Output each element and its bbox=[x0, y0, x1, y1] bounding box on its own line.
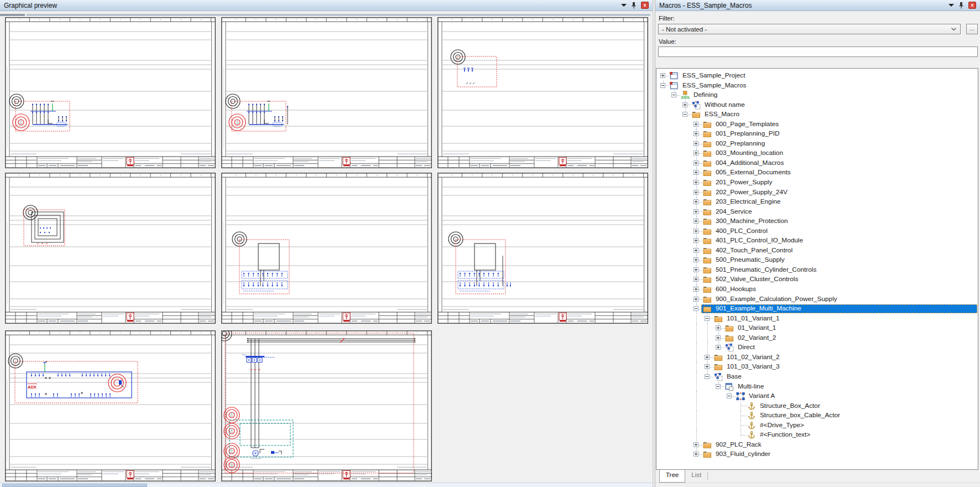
tree-item-500-pneumatic-supply[interactable]: 500_Pneumatic_Supply bbox=[656, 255, 978, 265]
tree-item-401-plc-control-io-module[interactable]: 401_PLC_Control_IO_Module bbox=[656, 236, 978, 246]
expand-icon[interactable] bbox=[694, 160, 698, 165]
tree-item-defining[interactable]: Defining bbox=[656, 90, 978, 100]
close-icon[interactable]: x bbox=[968, 2, 976, 9]
expand-icon[interactable] bbox=[694, 170, 698, 175]
expand-icon[interactable] bbox=[694, 180, 698, 185]
tree-item-902-plc-rack[interactable]: 902_PLC_Rack bbox=[656, 440, 978, 450]
tree-item-600-hookups[interactable]: 600_Hookups bbox=[656, 284, 978, 294]
tree-item-ess-sample-project[interactable]: ESS_Sample_Project bbox=[656, 71, 978, 81]
expand-icon[interactable] bbox=[694, 297, 698, 302]
tree-item-402-touch-panel-control[interactable]: 402_Touch_Panel_Control bbox=[656, 246, 978, 256]
tree-item-204-service[interactable]: 204_Service bbox=[656, 207, 978, 217]
collapse-icon[interactable] bbox=[727, 393, 732, 398]
expand-icon[interactable] bbox=[694, 257, 698, 262]
expand-icon[interactable] bbox=[705, 355, 710, 360]
tree-item-203-electrical-engine[interactable]: 203_Electrical_Engine bbox=[656, 197, 978, 207]
preview-page-4[interactable] bbox=[5, 173, 216, 324]
scrollbar-thumb[interactable] bbox=[2, 484, 147, 487]
tree-item-300-machine-protection[interactable]: 300_Machine_Protection bbox=[656, 216, 978, 226]
expand-icon[interactable] bbox=[682, 102, 687, 107]
tree-item-202-power-supply-24v[interactable]: 202_Power_Supply_24V bbox=[656, 188, 978, 198]
collapse-icon[interactable] bbox=[705, 374, 710, 379]
expand-icon[interactable] bbox=[694, 190, 698, 195]
tree-item-structure-box-actor[interactable]: Structure_Box_Actor bbox=[656, 401, 978, 411]
tree-item-001-preplanning-pid[interactable]: 001_Preplanning_PID bbox=[656, 129, 978, 139]
folder-icon bbox=[703, 285, 712, 294]
expand-icon[interactable] bbox=[694, 238, 698, 243]
tab-list[interactable]: List bbox=[685, 470, 707, 483]
expand-icon[interactable] bbox=[694, 267, 698, 272]
panel-menu-icon[interactable] bbox=[948, 4, 954, 7]
tree-item-002-preplanning[interactable]: 002_Preplanning bbox=[656, 139, 978, 149]
pin-icon[interactable] bbox=[958, 2, 964, 9]
collapse-icon[interactable] bbox=[716, 384, 721, 389]
expand-icon[interactable] bbox=[694, 151, 698, 156]
expand-icon[interactable] bbox=[694, 452, 698, 457]
collapse-icon[interactable] bbox=[671, 92, 676, 97]
tree-item-000-page-templates[interactable]: 000_Page_Templates bbox=[656, 120, 978, 129]
tree-item-900-example-calculation-power-supply[interactable]: 900_Example_Calculation_Power_Supply bbox=[656, 294, 978, 304]
tab-tree[interactable]: Tree bbox=[659, 470, 685, 483]
expand-icon[interactable] bbox=[694, 277, 698, 282]
tree-item-101-02-variant-2[interactable]: 101_02_Variant_2 bbox=[656, 353, 978, 362]
preview-page-2[interactable] bbox=[221, 17, 432, 168]
value-input[interactable] bbox=[658, 46, 978, 57]
filter-dropdown[interactable]: - Not activated - bbox=[658, 24, 961, 34]
tree-item-base[interactable]: Base bbox=[656, 372, 978, 382]
tree-item-01-variant-1[interactable]: 01_Variant_1 bbox=[656, 323, 978, 333]
expand-icon[interactable] bbox=[694, 209, 698, 214]
tree-item-variant-a[interactable]: Variant A bbox=[656, 391, 978, 401]
tree-item-function-text[interactable]: #<Function_text> bbox=[656, 430, 978, 440]
expand-icon[interactable] bbox=[705, 364, 710, 369]
tree-item-ess-macro[interactable]: ESS_Macro bbox=[656, 110, 978, 120]
expand-icon[interactable] bbox=[694, 131, 698, 136]
tree-item-005-external-documents[interactable]: 005_External_Documents bbox=[656, 168, 978, 178]
tree-item-903-fluid-cylinder[interactable]: 903_Fluid_cylinder bbox=[656, 449, 978, 459]
expand-icon[interactable] bbox=[694, 219, 698, 224]
preview-scroll-strip2[interactable] bbox=[27, 14, 650, 16]
tree-item-02-variant-2[interactable]: 02_Variant_2 bbox=[656, 333, 978, 343]
expand-icon[interactable] bbox=[694, 287, 698, 292]
tree-item-003-mounting-location[interactable]: 003_Mounting_location bbox=[656, 148, 978, 158]
preview-page-3[interactable] bbox=[437, 17, 648, 168]
tree-item-901-example-multi-machine[interactable]: 901_Example_Multi_Machine bbox=[656, 304, 978, 314]
tree-item-201-power-supply[interactable]: 201_Power_Supply bbox=[656, 178, 978, 188]
collapse-icon[interactable] bbox=[705, 316, 710, 321]
tree-item-ess-sample-macros[interactable]: ESS_Sample_Macros bbox=[656, 81, 978, 91]
preview-page-8[interactable] bbox=[221, 330, 432, 481]
expand-icon[interactable] bbox=[694, 199, 698, 204]
tree-item-004-additional-macros[interactable]: 004_Additional_Macros bbox=[656, 158, 978, 168]
close-icon[interactable]: x bbox=[641, 2, 649, 9]
tree-item-101-03-variant-3[interactable]: 101_03_Variant_3 bbox=[656, 362, 978, 372]
preview-scroll-strip[interactable] bbox=[0, 14, 25, 16]
tree-item-101-01-variant-1[interactable]: 101_01_Variant_1 bbox=[656, 314, 978, 324]
tree-item-without-name[interactable]: Without name bbox=[656, 100, 978, 110]
horizontal-scrollbar[interactable] bbox=[0, 483, 653, 487]
expand-icon[interactable] bbox=[694, 229, 698, 234]
pin-icon[interactable] bbox=[631, 2, 637, 9]
collapse-icon[interactable] bbox=[682, 112, 687, 117]
expand-icon[interactable] bbox=[716, 345, 721, 350]
preview-page-6[interactable] bbox=[437, 173, 648, 324]
panel-menu-icon[interactable] bbox=[621, 4, 627, 7]
expand-icon[interactable] bbox=[716, 325, 721, 330]
tree-item-multi-line[interactable]: Multi-line bbox=[656, 382, 978, 392]
expand-icon[interactable] bbox=[660, 73, 665, 78]
preview-page-7[interactable]: ADX bbox=[5, 330, 216, 481]
expand-icon[interactable] bbox=[694, 122, 698, 127]
tree-item-direct[interactable]: Direct bbox=[656, 343, 978, 353]
tree-item-structure-box-cable-actor[interactable]: Structure_box_Cable_Actor bbox=[656, 411, 978, 421]
tree-item-drive-type[interactable]: #<Drive_Type> bbox=[656, 421, 978, 431]
preview-page-5[interactable] bbox=[221, 173, 432, 324]
tree-item-501-pneumatic-cylinder-controls[interactable]: 501_Pneumatic_Cylinder_Controls bbox=[656, 265, 978, 275]
preview-page-1[interactable] bbox=[5, 17, 216, 168]
expand-icon[interactable] bbox=[716, 335, 721, 340]
filter-browse-button[interactable]: ... bbox=[966, 24, 978, 34]
collapse-icon[interactable] bbox=[694, 306, 698, 311]
collapse-icon[interactable] bbox=[660, 83, 665, 88]
expand-icon[interactable] bbox=[694, 141, 698, 146]
expand-icon[interactable] bbox=[694, 248, 698, 253]
tree-item-502-valve-cluster-controls[interactable]: 502_Valve_Cluster_Controls bbox=[656, 274, 978, 284]
expand-icon[interactable] bbox=[694, 442, 698, 447]
tree-item-400-plc-control[interactable]: 400_PLC_Control bbox=[656, 226, 978, 236]
